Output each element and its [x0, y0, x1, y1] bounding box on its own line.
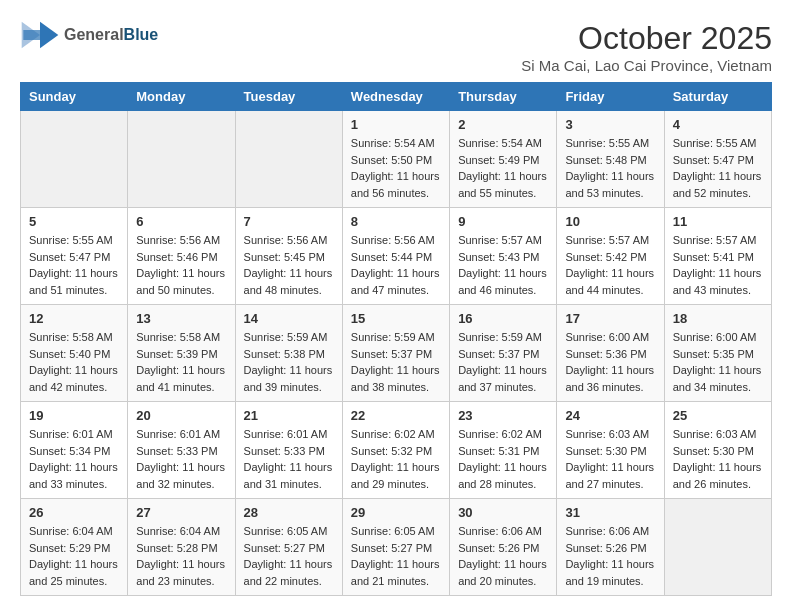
day-number: 28: [244, 505, 334, 520]
day-info: Sunrise: 5:56 AM Sunset: 5:44 PM Dayligh…: [351, 232, 441, 298]
day-cell: 31Sunrise: 6:06 AM Sunset: 5:26 PM Dayli…: [557, 499, 664, 596]
header-wednesday: Wednesday: [342, 83, 449, 111]
day-cell: 21Sunrise: 6:01 AM Sunset: 5:33 PM Dayli…: [235, 402, 342, 499]
day-info: Sunrise: 5:58 AM Sunset: 5:40 PM Dayligh…: [29, 329, 119, 395]
day-info: Sunrise: 5:54 AM Sunset: 5:49 PM Dayligh…: [458, 135, 548, 201]
logo-icon: [20, 20, 60, 50]
day-cell: 19Sunrise: 6:01 AM Sunset: 5:34 PM Dayli…: [21, 402, 128, 499]
day-number: 14: [244, 311, 334, 326]
header-row: SundayMondayTuesdayWednesdayThursdayFrid…: [21, 83, 772, 111]
day-info: Sunrise: 6:03 AM Sunset: 5:30 PM Dayligh…: [565, 426, 655, 492]
day-info: Sunrise: 5:57 AM Sunset: 5:43 PM Dayligh…: [458, 232, 548, 298]
day-info: Sunrise: 6:01 AM Sunset: 5:34 PM Dayligh…: [29, 426, 119, 492]
day-cell: 11Sunrise: 5:57 AM Sunset: 5:41 PM Dayli…: [664, 208, 771, 305]
day-number: 2: [458, 117, 548, 132]
day-cell: 16Sunrise: 5:59 AM Sunset: 5:37 PM Dayli…: [450, 305, 557, 402]
day-number: 25: [673, 408, 763, 423]
day-cell: 20Sunrise: 6:01 AM Sunset: 5:33 PM Dayli…: [128, 402, 235, 499]
day-info: Sunrise: 6:06 AM Sunset: 5:26 PM Dayligh…: [565, 523, 655, 589]
day-info: Sunrise: 6:06 AM Sunset: 5:26 PM Dayligh…: [458, 523, 548, 589]
day-number: 23: [458, 408, 548, 423]
day-number: 8: [351, 214, 441, 229]
day-number: 11: [673, 214, 763, 229]
header-tuesday: Tuesday: [235, 83, 342, 111]
day-info: Sunrise: 5:56 AM Sunset: 5:46 PM Dayligh…: [136, 232, 226, 298]
day-cell: [235, 111, 342, 208]
day-info: Sunrise: 5:55 AM Sunset: 5:47 PM Dayligh…: [29, 232, 119, 298]
day-info: Sunrise: 5:55 AM Sunset: 5:47 PM Dayligh…: [673, 135, 763, 201]
day-cell: [21, 111, 128, 208]
day-info: Sunrise: 5:54 AM Sunset: 5:50 PM Dayligh…: [351, 135, 441, 201]
week-row-1: 1Sunrise: 5:54 AM Sunset: 5:50 PM Daylig…: [21, 111, 772, 208]
day-info: Sunrise: 5:59 AM Sunset: 5:37 PM Dayligh…: [458, 329, 548, 395]
day-cell: 14Sunrise: 5:59 AM Sunset: 5:38 PM Dayli…: [235, 305, 342, 402]
day-cell: [128, 111, 235, 208]
day-info: Sunrise: 5:57 AM Sunset: 5:42 PM Dayligh…: [565, 232, 655, 298]
day-number: 22: [351, 408, 441, 423]
day-cell: 10Sunrise: 5:57 AM Sunset: 5:42 PM Dayli…: [557, 208, 664, 305]
day-number: 31: [565, 505, 655, 520]
day-number: 30: [458, 505, 548, 520]
day-cell: 5Sunrise: 5:55 AM Sunset: 5:47 PM Daylig…: [21, 208, 128, 305]
day-cell: 6Sunrise: 5:56 AM Sunset: 5:46 PM Daylig…: [128, 208, 235, 305]
day-cell: 29Sunrise: 6:05 AM Sunset: 5:27 PM Dayli…: [342, 499, 449, 596]
day-number: 20: [136, 408, 226, 423]
day-number: 24: [565, 408, 655, 423]
day-cell: 12Sunrise: 5:58 AM Sunset: 5:40 PM Dayli…: [21, 305, 128, 402]
svg-rect-3: [23, 30, 40, 40]
day-cell: 1Sunrise: 5:54 AM Sunset: 5:50 PM Daylig…: [342, 111, 449, 208]
day-info: Sunrise: 5:55 AM Sunset: 5:48 PM Dayligh…: [565, 135, 655, 201]
calendar-title: October 2025: [521, 20, 772, 57]
day-number: 29: [351, 505, 441, 520]
calendar-subtitle: Si Ma Cai, Lao Cai Province, Vietnam: [521, 57, 772, 74]
calendar-table: SundayMondayTuesdayWednesdayThursdayFrid…: [20, 82, 772, 596]
logo: GeneralBlue: [20, 20, 158, 50]
day-number: 27: [136, 505, 226, 520]
day-cell: 25Sunrise: 6:03 AM Sunset: 5:30 PM Dayli…: [664, 402, 771, 499]
day-info: Sunrise: 6:01 AM Sunset: 5:33 PM Dayligh…: [136, 426, 226, 492]
day-cell: 28Sunrise: 6:05 AM Sunset: 5:27 PM Dayli…: [235, 499, 342, 596]
logo-text: GeneralBlue: [64, 26, 158, 44]
day-cell: 7Sunrise: 5:56 AM Sunset: 5:45 PM Daylig…: [235, 208, 342, 305]
day-info: Sunrise: 6:04 AM Sunset: 5:29 PM Dayligh…: [29, 523, 119, 589]
week-row-2: 5Sunrise: 5:55 AM Sunset: 5:47 PM Daylig…: [21, 208, 772, 305]
day-number: 3: [565, 117, 655, 132]
header-monday: Monday: [128, 83, 235, 111]
day-number: 17: [565, 311, 655, 326]
day-cell: 4Sunrise: 5:55 AM Sunset: 5:47 PM Daylig…: [664, 111, 771, 208]
day-info: Sunrise: 5:59 AM Sunset: 5:38 PM Dayligh…: [244, 329, 334, 395]
day-info: Sunrise: 6:00 AM Sunset: 5:35 PM Dayligh…: [673, 329, 763, 395]
header-sunday: Sunday: [21, 83, 128, 111]
day-info: Sunrise: 5:57 AM Sunset: 5:41 PM Dayligh…: [673, 232, 763, 298]
week-row-3: 12Sunrise: 5:58 AM Sunset: 5:40 PM Dayli…: [21, 305, 772, 402]
day-number: 26: [29, 505, 119, 520]
day-number: 15: [351, 311, 441, 326]
day-cell: 9Sunrise: 5:57 AM Sunset: 5:43 PM Daylig…: [450, 208, 557, 305]
day-info: Sunrise: 6:03 AM Sunset: 5:30 PM Dayligh…: [673, 426, 763, 492]
day-cell: 30Sunrise: 6:06 AM Sunset: 5:26 PM Dayli…: [450, 499, 557, 596]
day-cell: 22Sunrise: 6:02 AM Sunset: 5:32 PM Dayli…: [342, 402, 449, 499]
header-friday: Friday: [557, 83, 664, 111]
day-number: 21: [244, 408, 334, 423]
day-number: 4: [673, 117, 763, 132]
day-number: 7: [244, 214, 334, 229]
day-cell: 26Sunrise: 6:04 AM Sunset: 5:29 PM Dayli…: [21, 499, 128, 596]
day-cell: 23Sunrise: 6:02 AM Sunset: 5:31 PM Dayli…: [450, 402, 557, 499]
day-info: Sunrise: 6:00 AM Sunset: 5:36 PM Dayligh…: [565, 329, 655, 395]
day-info: Sunrise: 5:59 AM Sunset: 5:37 PM Dayligh…: [351, 329, 441, 395]
day-cell: 15Sunrise: 5:59 AM Sunset: 5:37 PM Dayli…: [342, 305, 449, 402]
day-number: 9: [458, 214, 548, 229]
day-number: 19: [29, 408, 119, 423]
day-cell: 3Sunrise: 5:55 AM Sunset: 5:48 PM Daylig…: [557, 111, 664, 208]
day-info: Sunrise: 6:05 AM Sunset: 5:27 PM Dayligh…: [351, 523, 441, 589]
day-cell: 24Sunrise: 6:03 AM Sunset: 5:30 PM Dayli…: [557, 402, 664, 499]
day-number: 5: [29, 214, 119, 229]
day-info: Sunrise: 6:02 AM Sunset: 5:32 PM Dayligh…: [351, 426, 441, 492]
day-info: Sunrise: 5:58 AM Sunset: 5:39 PM Dayligh…: [136, 329, 226, 395]
day-number: 18: [673, 311, 763, 326]
day-cell: 13Sunrise: 5:58 AM Sunset: 5:39 PM Dayli…: [128, 305, 235, 402]
day-cell: 8Sunrise: 5:56 AM Sunset: 5:44 PM Daylig…: [342, 208, 449, 305]
day-number: 10: [565, 214, 655, 229]
week-row-4: 19Sunrise: 6:01 AM Sunset: 5:34 PM Dayli…: [21, 402, 772, 499]
day-number: 16: [458, 311, 548, 326]
